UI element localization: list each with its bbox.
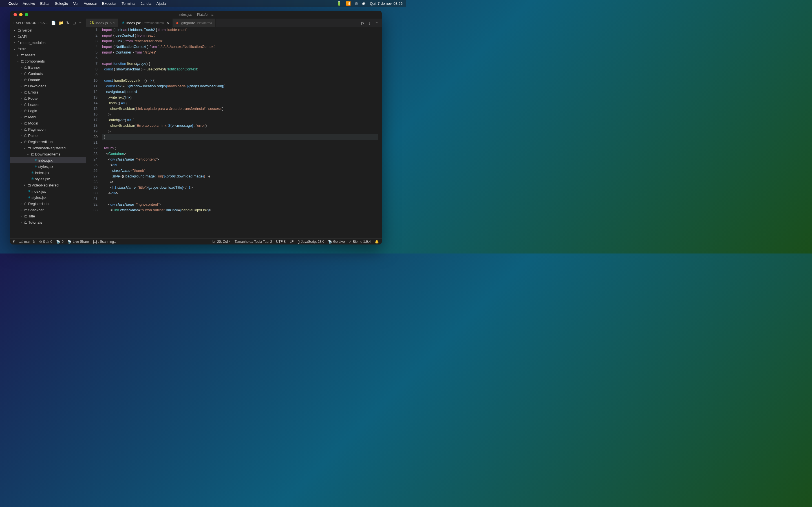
tree-item-banner[interactable]: ›🗀Banner: [10, 64, 86, 70]
tree-item-videoregistered[interactable]: ›🗀VideoRegistered: [10, 182, 86, 188]
explorer-sidebar: EXPLORADOR: PLA... 📄 📁 ↻ ⊟ ⋯ ›🗀.vercel›🗀…: [10, 18, 86, 238]
tree-item-styles-jsx[interactable]: ⚛styles.jsx: [10, 163, 86, 170]
menubar-item-executar[interactable]: Executar: [102, 1, 116, 6]
notifications-icon[interactable]: 🔔: [375, 240, 379, 244]
tree-item-contacts[interactable]: ›🗀Contacts: [10, 70, 86, 76]
language-mode[interactable]: {} JavaScript JSX: [297, 240, 324, 244]
git-branch[interactable]: ⎇ main ↻: [19, 240, 35, 244]
window-maximize-button[interactable]: [25, 13, 28, 16]
menubar-item-editar[interactable]: Editar: [40, 1, 50, 6]
menubar-app-name[interactable]: Code: [8, 1, 18, 6]
explorer-title: EXPLORADOR: PLA...: [13, 21, 51, 24]
siri-icon[interactable]: ◉: [362, 1, 365, 6]
file-tree: ›🗀.vercel›🗀API›🗀node_modules⌄🗀src›🗀asset…: [10, 27, 86, 238]
tab-index-jsx[interactable]: ⚛index.jsxDownloadItems×: [118, 18, 173, 27]
battery-icon[interactable]: 🔋: [337, 1, 342, 6]
status-bar: ⎘ ⎇ main ↻ ⊘ 0 ⚠ 0 📡 0 📡 Live Share {..}…: [10, 238, 382, 244]
tree-item-menu[interactable]: ›🗀Menu: [10, 114, 86, 120]
control-center-icon[interactable]: ⎚: [355, 1, 357, 6]
window-titlebar: index.jsx — Plataforma: [10, 11, 382, 18]
wifi-icon[interactable]: 📶: [346, 1, 351, 6]
window-title: index.jsx — Plataforma: [179, 13, 213, 17]
biome[interactable]: ✓ Biome 1.9.4: [349, 240, 371, 244]
tab--gitignore[interactable]: ◆.gitignorePlataforma: [172, 18, 216, 27]
tab-index-js[interactable]: JSindex.jsAPI: [86, 18, 118, 27]
tree-item-index-jsx[interactable]: ⚛index.jsx: [10, 170, 86, 176]
tree-item-assets[interactable]: ›🗀assets: [10, 52, 86, 58]
tree-item-modal[interactable]: ›🗀Modal: [10, 120, 86, 126]
ports-indicator[interactable]: 📡 0: [56, 240, 63, 244]
tree-item-footer[interactable]: ›🗀Footer: [10, 95, 86, 101]
code-editor[interactable]: 1234567891011121314151617181920212223242…: [86, 27, 382, 238]
go-live[interactable]: 📡 Go Live: [328, 240, 345, 244]
tree-item-node_modules[interactable]: ›🗀node_modules: [10, 40, 86, 46]
tree-item-downloadregistered[interactable]: ⌄🗀DownloadRegistered: [10, 145, 86, 151]
tree-item--vercel[interactable]: ›🗀.vercel: [10, 27, 86, 33]
line-gutter: 1234567891011121314151617181920212223242…: [86, 27, 102, 238]
problems-indicator[interactable]: ⊘ 0 ⚠ 0: [39, 240, 52, 244]
tree-item-tutorials[interactable]: ›🗀Tutorials: [10, 219, 86, 225]
tree-item-errors[interactable]: ›🗀Errors: [10, 89, 86, 95]
tree-item-components[interactable]: ⌄🗀components: [10, 58, 86, 64]
refresh-icon[interactable]: ↻: [66, 20, 70, 25]
tree-item-registeredhub[interactable]: ⌄🗀RegisteredHub: [10, 138, 86, 145]
tree-item-painel[interactable]: ›🗀Painel: [10, 132, 86, 138]
tree-item-pagination[interactable]: ›🗀Pagination: [10, 126, 86, 132]
tab-close-icon[interactable]: ×: [167, 20, 169, 25]
tree-item-downloaditems[interactable]: ⌄🗀DownloadItems: [10, 151, 86, 157]
tree-item-title[interactable]: ›🗀Title: [10, 213, 86, 219]
editor-tabs: JSindex.jsAPI⚛index.jsxDownloadItems×◆.g…: [86, 18, 382, 27]
new-file-icon[interactable]: 📄: [51, 20, 56, 25]
scanning-indicator[interactable]: {..} : Scanning..: [93, 240, 116, 244]
menubar-item-arquivo[interactable]: Arquivo: [23, 1, 35, 6]
menubar-item-terminal[interactable]: Terminal: [121, 1, 135, 6]
remote-icon[interactable]: ⎘: [13, 240, 15, 244]
vscode-window: index.jsx — Plataforma EXPLORADOR: PLA..…: [10, 11, 382, 244]
eol[interactable]: LF: [290, 240, 294, 244]
menubar-datetime[interactable]: Qui. 7 de nov. 03:56: [370, 1, 403, 6]
macos-menubar: Code Arquivo Editar Seleção Ver Acessar …: [0, 0, 406, 7]
cursor-position[interactable]: Ln 20, Col 4: [212, 240, 231, 244]
window-minimize-button[interactable]: [19, 13, 22, 16]
tree-item-index-jsx[interactable]: ⚛index.jsx: [10, 188, 86, 194]
more-icon[interactable]: ⋯: [79, 20, 83, 25]
tree-item-downloads[interactable]: ›🗀Downloads: [10, 83, 86, 89]
menubar-item-ver[interactable]: Ver: [73, 1, 79, 6]
live-share[interactable]: 📡 Live Share: [67, 240, 89, 244]
tree-item-donate[interactable]: ›🗀Donate: [10, 76, 86, 83]
tree-item-styles-jsx[interactable]: ⚛styles.jsx: [10, 194, 86, 201]
tabs-more-icon[interactable]: ⋯: [374, 20, 378, 25]
menubar-item-selecao[interactable]: Seleção: [55, 1, 68, 6]
tree-item-index-jsx[interactable]: ⚛index.jsx: [10, 157, 86, 163]
menubar-item-acessar[interactable]: Acessar: [84, 1, 97, 6]
window-close-button[interactable]: [13, 13, 17, 16]
new-folder-icon[interactable]: 📁: [59, 20, 63, 25]
menubar-item-janela[interactable]: Janela: [140, 1, 151, 6]
split-icon[interactable]: ⫿: [368, 20, 370, 25]
tree-item-src[interactable]: ⌄🗀src: [10, 46, 86, 52]
editor-area: JSindex.jsAPI⚛index.jsxDownloadItems×◆.g…: [86, 18, 382, 238]
tree-item-registerhub[interactable]: ›🗀RegisterHub: [10, 201, 86, 207]
code-content[interactable]: import { Link as LinkIcon, Trash2 } from…: [102, 27, 378, 238]
encoding[interactable]: UTF-8: [276, 240, 286, 244]
menubar-item-ajuda[interactable]: Ajuda: [156, 1, 166, 6]
tab-size[interactable]: Tamanho da Tecla Tab: 2: [235, 240, 272, 244]
collapse-icon[interactable]: ⊟: [72, 20, 76, 25]
tree-item-login[interactable]: ›🗀Login: [10, 108, 86, 114]
tree-item-styles-jsx[interactable]: ⚛styles.jsx: [10, 176, 86, 182]
tree-item-loader[interactable]: ›🗀Loader: [10, 101, 86, 108]
minimap[interactable]: [378, 27, 382, 238]
tree-item-snackbar[interactable]: ›🗀Snackbar: [10, 207, 86, 213]
tree-item-api[interactable]: ›🗀API: [10, 33, 86, 40]
run-icon[interactable]: ▷: [361, 20, 364, 25]
